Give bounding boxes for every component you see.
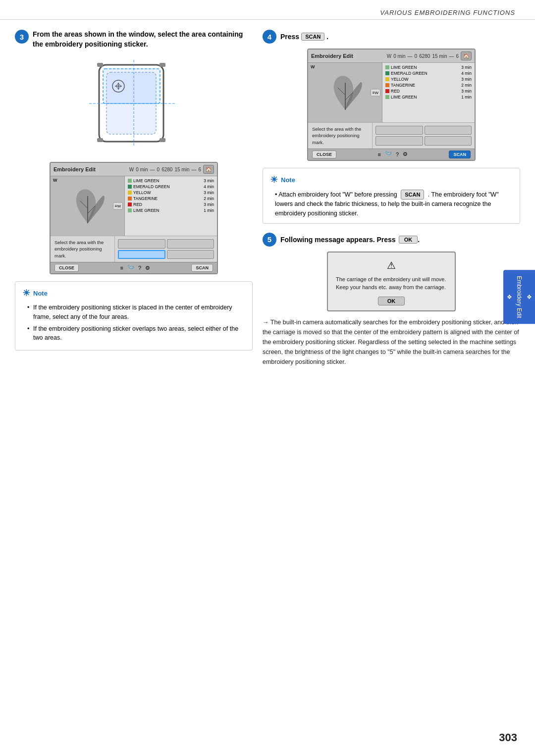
s4-name-2: YELLOW <box>391 77 408 82</box>
lcd-right-btn[interactable]: ≡W <box>113 202 123 210</box>
scan-button-step3[interactable]: SCAN <box>191 264 213 272</box>
menu-icon[interactable]: ≡ <box>120 265 123 271</box>
s4-needle-icon[interactable]: 🪡 <box>385 151 392 157</box>
step4-lcd-min1: 0 min <box>393 53 405 59</box>
note-sun-icon: ☀ <box>22 287 30 300</box>
step4-lcd-lower: Select the area with the embroidery posi… <box>308 122 475 149</box>
step4-lcd-top-info: W 0 min — 0 6280 15 min — 6 🏠 <box>387 51 472 60</box>
s4-grid-br[interactable] <box>425 136 472 145</box>
step4-note-sun-icon: ☀ <box>270 173 278 187</box>
s4-color-row-1: EMERALD GREEN 4 min <box>385 71 472 76</box>
step4-note-title: Note <box>281 175 295 185</box>
lcd-val2: 0 <box>157 167 160 172</box>
s4-color-row-0: LIME GREEN 3 min <box>385 65 472 70</box>
side-tab-icon-top: ❖ <box>526 294 533 301</box>
color-time-1: 4 min <box>204 184 214 189</box>
step4-close-button[interactable]: CLOSE <box>312 151 336 158</box>
step3-note-item-1: If the embroidery positioning sticker ov… <box>27 324 245 343</box>
s4-name-0: LIME GREEN <box>391 65 417 70</box>
s4-grid-tl[interactable] <box>375 126 423 135</box>
step5-ok-inline[interactable]: OK <box>399 236 418 244</box>
step3-text: From the areas shown in the window, sele… <box>33 30 253 49</box>
s4-menu-icon[interactable]: ≡ <box>377 151 380 157</box>
color-swatch-2 <box>128 191 132 195</box>
s4-name-5: LIME GREEN <box>391 95 417 100</box>
lcd-min2: 15 min <box>174 167 189 172</box>
question-icon[interactable]: ? <box>138 265 141 271</box>
left-column: 3 From the areas shown in the window, se… <box>15 30 253 367</box>
step5-text-before: Following message appears. Press <box>280 236 396 244</box>
step4-lcd-body: W ≡W LIME GREEN 3 min EMERALD GREEN 4 mi… <box>308 63 475 122</box>
s4-swatch-1 <box>385 71 389 75</box>
s4-time-4: 3 min <box>461 89 472 94</box>
page-header: VARIOUS EMBROIDERING FUNCTIONS <box>0 0 535 20</box>
grid-cell-tr[interactable] <box>167 239 214 248</box>
grid-cell-br[interactable] <box>167 250 214 259</box>
s4-color-row-2: YELLOW 3 min <box>385 77 472 82</box>
lcd-bottom-bar: CLOSE ≡ 🪡 ? ⚙ SCAN <box>51 262 217 273</box>
lcd-val3: 6 <box>198 167 201 172</box>
home-icon[interactable]: 🏠 <box>203 165 214 174</box>
color-name-4: RED <box>133 202 142 207</box>
color-name-1: EMERALD GREEN <box>133 184 170 189</box>
s4-settings-icon[interactable]: ⚙ <box>403 151 408 157</box>
step4-lcd-title: Embroidery Edit <box>311 53 353 59</box>
lcd-lower: Select the area with the embroidery posi… <box>51 236 217 262</box>
step4-right-btn[interactable]: ≡W <box>371 89 380 97</box>
s4-time-3: 2 min <box>461 83 472 88</box>
header-title: VARIOUS EMBROIDERING FUNCTIONS <box>380 9 515 16</box>
step4-header: 4 Press SCAN . <box>263 30 520 44</box>
step4-icon-bar: ≡ 🪡 ? ⚙ <box>377 151 408 157</box>
s4-swatch-4 <box>385 89 389 93</box>
s4-grid-bl[interactable] <box>375 136 423 145</box>
step4-text-after: . <box>326 33 328 41</box>
step4-note-scan-btn[interactable]: SCAN <box>401 190 424 200</box>
step4-lcd-val3: 6 <box>456 53 459 59</box>
step4-note-header: ☀ Note <box>270 173 513 187</box>
color-time-2: 3 min <box>204 190 214 195</box>
step4-lcd-top-bar: Embroidery Edit W 0 min — 0 6280 15 min … <box>308 50 475 63</box>
step3-note-box: ☀ Note If the embroidery positioning sti… <box>15 281 253 351</box>
s4-color-row-3: TANGERINE 2 min <box>385 83 472 88</box>
s4-question-icon[interactable]: ? <box>396 151 399 157</box>
warning-dialog: ⚠ The carriage of the embroidery unit wi… <box>327 252 456 311</box>
color-name-3: TANGERINE <box>133 196 158 201</box>
page-number: 303 <box>499 731 517 744</box>
needle-icon[interactable]: 🪡 <box>127 265 134 271</box>
lcd-position-grid <box>115 236 217 262</box>
close-button[interactable]: CLOSE <box>54 264 79 272</box>
step4-scan-button[interactable]: SCAN <box>449 151 471 158</box>
color-name-2: YELLOW <box>133 190 151 195</box>
step3-note-header: ☀ Note <box>22 287 245 300</box>
step4-lcd-preview: W ≡W <box>308 63 382 122</box>
step4-text-before: Press <box>280 33 299 41</box>
warning-message: The carriage of the embroidery unit will… <box>336 275 447 292</box>
lcd-body: W ≡W LIME GREEN 3 min EMERALD GREEN 4 mi… <box>51 176 217 236</box>
step4-scan-inline[interactable]: SCAN <box>301 33 324 41</box>
settings-icon[interactable]: ⚙ <box>145 265 150 271</box>
grid-cell-bl[interactable] <box>118 250 165 259</box>
step4-note-text1: • Attach embroidery foot "W" before pres… <box>270 190 513 218</box>
step4-lcd-val1: 6280 <box>419 53 430 59</box>
lcd-color-list: LIME GREEN 3 min EMERALD GREEN 4 min YEL… <box>125 176 217 236</box>
step4-note-box: ☀ Note • Attach embroidery foot "W" befo… <box>263 168 520 224</box>
color-name-5: LIME GREEN <box>133 208 159 213</box>
side-tab-label: Embroidery Edit <box>516 276 523 318</box>
step5-circle: 5 <box>263 233 276 247</box>
lcd-position-text: Select the area with the embroidery posi… <box>51 236 115 262</box>
s4-color-row-5: LIME GREEN 1 min <box>385 95 472 100</box>
step5-arrow-text: The built-in camera automatically search… <box>263 317 520 367</box>
warning-ok-button[interactable]: OK <box>378 297 405 305</box>
s4-swatch-5 <box>385 95 389 99</box>
s4-name-3: TANGERINE <box>391 83 415 88</box>
color-time-0: 3 min <box>204 178 214 183</box>
svg-rect-2 <box>103 69 160 103</box>
step3-note-title: Note <box>33 289 48 299</box>
step4-home-icon[interactable]: 🏠 <box>461 51 472 60</box>
step4-lcd-bottom-bar: CLOSE ≡ 🪡 ? ⚙ SCAN <box>308 149 475 160</box>
step4-lcd-screen: Embroidery Edit W 0 min — 0 6280 15 min … <box>307 49 476 161</box>
s4-grid-tr[interactable] <box>425 126 472 135</box>
lcd-top-info: W 0 min — 0 6280 15 min — 6 🏠 <box>129 165 214 174</box>
grid-cell-tl[interactable] <box>118 239 165 248</box>
color-row-2: YELLOW 3 min <box>128 190 214 195</box>
